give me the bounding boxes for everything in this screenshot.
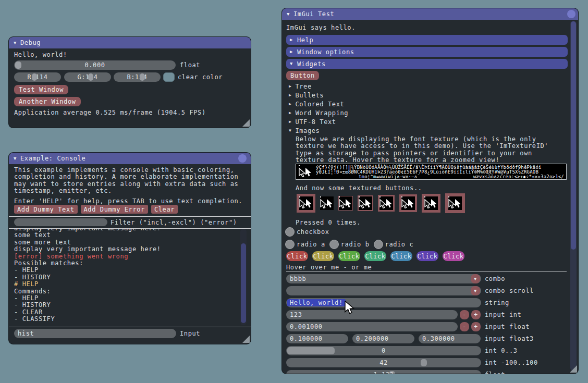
float-slider[interactable]: 0.000 bbox=[14, 60, 176, 70]
color-blue-grab[interactable] bbox=[140, 73, 145, 81]
console-window-title: Example: Console bbox=[20, 155, 85, 162]
console-action-button[interactable]: Add Dummy Error bbox=[81, 205, 148, 214]
checkbox[interactable] bbox=[285, 227, 295, 237]
collapse-triangle-icon[interactable]: ▼ bbox=[287, 12, 290, 17]
tree-node[interactable]: ▼ Images bbox=[289, 126, 348, 135]
tree-node[interactable]: ▶ Bullets bbox=[289, 91, 348, 100]
cursor-glyphs-icon bbox=[298, 165, 313, 179]
textured-image-button[interactable] bbox=[445, 193, 465, 213]
console-action-button[interactable]: Clear bbox=[151, 205, 178, 214]
another-window-button[interactable]: Another Window bbox=[14, 97, 81, 106]
tree-node[interactable]: ▶ Colored Text bbox=[289, 100, 348, 108]
string-input[interactable]: Hello, world! bbox=[286, 298, 481, 307]
input-float-field[interactable]: 0.001000 bbox=[286, 322, 458, 331]
color-red-slider[interactable]: R:114 bbox=[14, 72, 61, 82]
debug-resize-grip[interactable] bbox=[242, 119, 250, 127]
input-int-plus-button[interactable]: + bbox=[471, 310, 481, 319]
input-int-field[interactable]: 123 bbox=[286, 310, 458, 319]
input-float-value: 0.001000 bbox=[286, 322, 458, 331]
console-command-input[interactable]: hist bbox=[14, 329, 176, 338]
collapse-triangle-icon[interactable]: ▼ bbox=[14, 156, 17, 161]
tree-arrow-icon[interactable]: ▶ bbox=[289, 102, 291, 106]
imgui-title-bar[interactable]: ▼ ImGui Test bbox=[282, 8, 578, 20]
font-texture-image[interactable]: ýÇf}{ÿj()[]‖¾ÝBÑòÙÖóÃÅÀÒ½¼ÙÚŽŠÅÉÊ/å\ÈÞïí… bbox=[296, 164, 567, 180]
input-float-plus-button[interactable]: + bbox=[471, 322, 481, 331]
slider-int-100[interactable]: 42 bbox=[286, 358, 481, 367]
input-float3-cell[interactable]: 0.200000 bbox=[352, 334, 414, 343]
tree-arrow-icon[interactable]: ▶ bbox=[289, 111, 291, 115]
input-float3-cell[interactable]: 0.100000 bbox=[286, 334, 348, 343]
console-title-bar[interactable]: ▼ Example: Console bbox=[9, 153, 251, 164]
color-green-slider[interactable]: G:144 bbox=[64, 72, 111, 82]
textured-image-button[interactable] bbox=[422, 194, 440, 213]
radio-option[interactable]: radio c bbox=[374, 240, 414, 249]
console-button-row: Add Dummy TextAdd Dummy ErrorClear bbox=[14, 205, 178, 214]
tree-arrow-icon[interactable]: ▶ bbox=[289, 84, 291, 89]
tree-node[interactable]: ▶ Word Wrapping bbox=[289, 108, 348, 117]
debug-title-bar[interactable]: ▼ Debug bbox=[9, 37, 251, 48]
clear-color-swatch[interactable] bbox=[163, 72, 175, 82]
button-widget[interactable]: Button bbox=[286, 71, 319, 80]
console-close-button[interactable] bbox=[238, 154, 247, 163]
tree-node[interactable]: ▶ UTF-8 Text bbox=[289, 117, 348, 126]
click-button[interactable]: Click bbox=[364, 251, 386, 261]
radio-button[interactable] bbox=[374, 240, 383, 249]
combo-widget[interactable]: bbbb ▼ bbox=[286, 274, 481, 283]
imgui-scrollbar[interactable] bbox=[570, 21, 577, 371]
click-button[interactable]: Click bbox=[443, 251, 464, 261]
header-widgets[interactable]: ▼ Widgets bbox=[286, 59, 568, 69]
float-slider-grab[interactable] bbox=[15, 61, 21, 69]
imgui-scrollbar-thumb[interactable] bbox=[571, 21, 576, 250]
font-texture-row3-right: wævxsäöʌzcren:<>+◆÷*«×»3a2o>1</ bbox=[473, 175, 564, 179]
tree-node[interactable]: ▶ Tree bbox=[289, 82, 348, 91]
collapse-triangle-icon[interactable]: ▼ bbox=[14, 41, 17, 45]
console-scrollbar[interactable] bbox=[240, 229, 247, 325]
filter-input[interactable] bbox=[14, 218, 107, 226]
textured-image-button[interactable] bbox=[338, 196, 353, 211]
tree-arrow-icon[interactable]: ▶ bbox=[289, 120, 291, 124]
console-log-region[interactable]: display very important message here!some… bbox=[14, 229, 240, 325]
header-window-options[interactable]: ▶ Window options bbox=[286, 47, 568, 57]
color-blue-slider[interactable]: B:154 bbox=[114, 72, 161, 82]
console-resize-grip[interactable] bbox=[242, 336, 250, 343]
desktop: { "debug": { "title": "Debug", "hello_te… bbox=[0, 0, 588, 383]
test-window-button[interactable]: Test Window bbox=[14, 85, 68, 94]
imgui-resize-grip[interactable] bbox=[570, 365, 577, 373]
tree-arrow-icon[interactable]: ▶ bbox=[289, 93, 291, 97]
input-float-minus-button[interactable]: - bbox=[460, 322, 469, 331]
input-int-minus-button[interactable]: - bbox=[460, 310, 469, 319]
input-float3-cell[interactable]: 0.300000 bbox=[419, 334, 481, 343]
slider-float[interactable]: 1.123 bbox=[286, 370, 481, 374]
combo-arrow-button[interactable]: ▼ bbox=[471, 274, 480, 283]
click-button[interactable]: Click bbox=[338, 251, 360, 261]
radio-option[interactable]: radio a bbox=[285, 240, 325, 249]
radio-button[interactable] bbox=[285, 240, 295, 249]
combo-scroll-arrow-button[interactable]: ▼ bbox=[471, 286, 480, 295]
textured-image-button[interactable] bbox=[320, 196, 334, 210]
console-action-button[interactable]: Add Dummy Text bbox=[14, 205, 78, 214]
imgui-test-window: ▼ ImGui Test ImGui says hello. ▶ Help ▶ … bbox=[281, 8, 579, 374]
tree-arrow-icon[interactable]: ▼ bbox=[289, 129, 291, 133]
console-scrollbar-thumb[interactable] bbox=[241, 243, 246, 323]
click-button[interactable]: Click bbox=[390, 251, 412, 261]
color-green-grab[interactable] bbox=[88, 73, 93, 81]
click-button[interactable]: Click bbox=[416, 251, 438, 261]
imgui-close-button[interactable] bbox=[567, 10, 575, 18]
slider-int-0-3[interactable]: 0 bbox=[286, 346, 481, 355]
hover-over-me-text[interactable]: Hover over me - or me bbox=[286, 264, 372, 271]
click-button[interactable]: Click bbox=[312, 251, 334, 261]
header-help[interactable]: ▶ Help bbox=[286, 35, 568, 45]
color-red-grab[interactable] bbox=[32, 73, 37, 81]
separator bbox=[9, 327, 251, 327]
slider-float-value: 1.123 bbox=[286, 370, 481, 374]
textured-image-button[interactable] bbox=[297, 194, 315, 213]
click-button[interactable]: Click bbox=[286, 251, 308, 261]
clear-color-label: clear color bbox=[178, 72, 223, 82]
combo-scroll-widget[interactable]: ▼ bbox=[286, 286, 481, 295]
radio-button[interactable] bbox=[329, 240, 339, 249]
textured-image-button[interactable] bbox=[378, 195, 395, 212]
radio-label: radio b bbox=[341, 241, 370, 248]
textured-image-button[interactable] bbox=[358, 195, 373, 211]
radio-option[interactable]: radio b bbox=[329, 240, 370, 249]
textured-image-button[interactable] bbox=[399, 194, 417, 212]
